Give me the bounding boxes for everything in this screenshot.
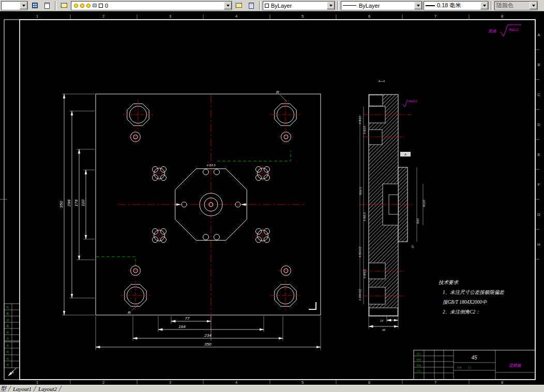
zone-label: 4: [235, 14, 237, 19]
notes-title: 技术要求: [439, 280, 459, 285]
surface-note-prefix: 其余: [488, 29, 497, 34]
linetype-glyph: [343, 5, 356, 6]
color-dropdown-arrow[interactable]: [327, 2, 335, 9]
notes-line: 2、未注倒角C2：: [443, 309, 480, 315]
zone-label: 1: [36, 380, 38, 385]
zone-label: F: [538, 182, 540, 187]
margin-cell-text: 制: [7, 306, 9, 309]
hole-callout: 4-Φ8.5: [206, 164, 216, 167]
toolbar-separator: [491, 1, 492, 10]
surface-note-value: Ra3.2: [509, 28, 519, 32]
linetype-value: ByLayer: [359, 3, 380, 9]
zone-label: 5: [301, 14, 304, 19]
datum-label: A: [404, 153, 406, 156]
hole-band: [369, 287, 385, 304]
tab-layout1[interactable]: Layout1: [10, 386, 35, 392]
make-object-layer-current-button[interactable]: [233, 1, 245, 10]
layer-manager-button[interactable]: [29, 1, 40, 10]
margin-cell-text: 准: [7, 363, 9, 366]
dimension-text: 4-Φ8.5坑: [358, 288, 361, 301]
margin-cell-text: 描: [7, 318, 9, 322]
dimension-text: 4-Φ8坑: [363, 268, 366, 278]
layer-freeze-sun-icon[interactable]: [80, 4, 84, 8]
view-arrow-label: A: [10, 370, 13, 374]
part-name: 定模板: [508, 363, 522, 368]
zone-label: A: [537, 33, 540, 37]
layer-states-button[interactable]: [41, 1, 53, 10]
layer-previous-button[interactable]: [246, 1, 257, 10]
dimension-text: 4-Φ8.5: [363, 212, 366, 221]
margin-cell-text: 对: [7, 337, 9, 340]
layout-tabbar: 型 Layout1 Layout2: [0, 385, 544, 392]
title-block-cell: 审核: [417, 364, 422, 367]
zone-label: E: [537, 152, 540, 157]
dimension-text: 14: [380, 319, 383, 322]
section-label: A—A: [378, 80, 385, 83]
zone-label: 7: [434, 380, 436, 385]
dimension-text: 176: [74, 199, 79, 207]
margin-cell-text: 校: [6, 331, 9, 334]
layer-color-chip: [99, 4, 103, 8]
layer-on-bulb-icon[interactable]: [74, 4, 78, 8]
plotstyle-value: 随颜色: [496, 2, 513, 9]
zone-label: 5: [301, 380, 304, 385]
dimension-text: 350: [59, 201, 64, 208]
named-view-combo[interactable]: [1, 1, 28, 10]
dimension-text: 296: [67, 199, 71, 207]
title-block-cell: 工艺: [417, 369, 422, 372]
hole-band: [369, 130, 382, 145]
layer-dropdown-arrow[interactable]: [224, 2, 232, 9]
zone-label: 3: [169, 14, 171, 19]
title-block-cell: 设计: [417, 352, 422, 355]
margin-cell-text: 图: [7, 324, 9, 328]
counterbore: [369, 95, 383, 106]
linetype-dropdown-arrow[interactable]: [414, 2, 422, 9]
layers-button[interactable]: [58, 1, 70, 10]
linetype-combo[interactable]: ByLayer: [341, 1, 422, 10]
color-combo[interactable]: ByLayer: [263, 1, 335, 10]
material-value: 45: [471, 355, 477, 360]
plotstyle-dropdown-arrow[interactable]: [530, 2, 537, 9]
tab-layout2[interactable]: Layout2: [35, 386, 60, 392]
plotstyle-combo[interactable]: 随颜色: [494, 1, 538, 10]
layer-states-icon: [44, 3, 50, 9]
make-layer-current-icon: [236, 3, 242, 8]
lineweight-value: 0.18 毫米: [437, 2, 461, 9]
tab-layout1-label: Layout1: [13, 386, 32, 392]
color-value: ByLayer: [271, 3, 292, 9]
notes-line: 1、未注尺寸公差按极限偏差: [443, 289, 505, 295]
dimension-text: Φ30: [416, 218, 419, 224]
lineweight-glyph: [426, 5, 435, 6]
zone-label: H: [537, 242, 540, 247]
zone-label: 2: [102, 14, 104, 19]
lineweight-dropdown-arrow[interactable]: [480, 2, 488, 9]
drawing-canvas[interactable]: 1 2 3 4 5 6 7 8 1 2 3 4 5 6 7 8 A B C D …: [0, 0, 544, 392]
named-view-dropdown-arrow[interactable]: [20, 2, 27, 9]
toolbar: 0 ByLayer ByLayer 0.18 毫米 随颜色: [0, 0, 544, 11]
zone-label: C: [537, 92, 540, 97]
zone-label: B: [537, 62, 540, 67]
title-block-cell: 校对: [417, 358, 422, 361]
zone-label: 8: [501, 14, 503, 19]
model-space-background[interactable]: [0, 11, 544, 385]
tab-model-label: 型: [1, 385, 6, 391]
layer-lock-icon[interactable]: [93, 4, 97, 7]
tab-layout2-label: Layout2: [38, 386, 57, 392]
layer-previous-icon: [249, 3, 254, 9]
layer-combo[interactable]: 0: [71, 1, 232, 10]
dimension-text: 4-Φ14坑: [358, 246, 361, 258]
lineweight-combo[interactable]: 0.18 毫米: [424, 1, 489, 10]
dimension-text: 77: [185, 316, 190, 321]
zone-label: 3: [169, 380, 171, 385]
dimension-text: Φ16.5: [359, 186, 362, 195]
dimension-text: 234: [204, 333, 211, 338]
dimension-text: 45: [382, 328, 386, 332]
dimension-text: 4-Φ19: [363, 126, 366, 134]
margin-cell-text: 审: [7, 344, 9, 347]
dimension-text: Φ120: [422, 199, 426, 207]
zone-label: 8: [501, 380, 503, 385]
layers-icon: [61, 3, 67, 8]
layer-freeze-viewport-icon[interactable]: [86, 4, 90, 8]
dimension-text: 110: [81, 199, 85, 206]
scale-value: 1:1: [468, 366, 472, 369]
